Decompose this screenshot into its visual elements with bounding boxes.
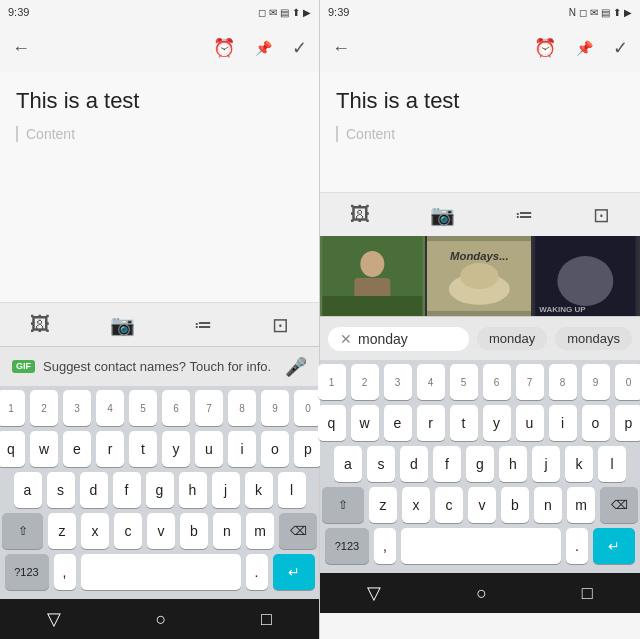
left-period-key[interactable]: . bbox=[246, 554, 268, 590]
key-d[interactable]: d bbox=[80, 472, 108, 508]
right-shift-key[interactable]: ⇧ bbox=[322, 487, 364, 523]
r-key-p[interactable]: p bbox=[615, 405, 641, 441]
key-i[interactable]: i bbox=[228, 431, 256, 467]
key-u[interactable]: u bbox=[195, 431, 223, 467]
r-key-h[interactable]: h bbox=[499, 446, 527, 482]
left-crop-icon[interactable]: ⊡ bbox=[272, 313, 289, 337]
right-back-nav[interactable]: ▽ bbox=[367, 582, 381, 604]
right-check-icon[interactable]: ✓ bbox=[613, 37, 628, 59]
r-key-w[interactable]: w bbox=[351, 405, 379, 441]
gif-thumb-waking-up[interactable]: WAKING UP bbox=[533, 236, 640, 316]
right-list-icon[interactable]: ≔ bbox=[515, 204, 533, 226]
right-backspace-key[interactable]: ⌫ bbox=[600, 487, 638, 523]
key-num-7[interactable]: 7 bbox=[195, 390, 223, 426]
left-image-icon[interactable]: 🖼 bbox=[30, 313, 50, 336]
r-key-i[interactable]: i bbox=[549, 405, 577, 441]
r-key-a[interactable]: a bbox=[334, 446, 362, 482]
key-l[interactable]: l bbox=[278, 472, 306, 508]
r-key-r[interactable]: r bbox=[417, 405, 445, 441]
search-chip-monday[interactable]: monday bbox=[477, 327, 547, 350]
key-e[interactable]: e bbox=[63, 431, 91, 467]
right-note-title[interactable]: This is a test bbox=[336, 88, 624, 114]
right-home-nav[interactable]: ○ bbox=[476, 583, 487, 604]
key-v[interactable]: v bbox=[147, 513, 175, 549]
gif-thumb-mondays[interactable]: Mondays... bbox=[427, 236, 534, 316]
right-num-switch-key[interactable]: ?123 bbox=[325, 528, 369, 564]
left-comma-key[interactable]: , bbox=[54, 554, 76, 590]
right-pin-icon[interactable]: 📌 bbox=[576, 40, 593, 56]
key-b[interactable]: b bbox=[180, 513, 208, 549]
key-num-2[interactable]: 2 bbox=[30, 390, 58, 426]
key-q[interactable]: q bbox=[0, 431, 25, 467]
left-num-switch-key[interactable]: ?123 bbox=[5, 554, 49, 590]
left-check-icon[interactable]: ✓ bbox=[292, 37, 307, 59]
key-num-3[interactable]: 3 bbox=[63, 390, 91, 426]
left-shift-key[interactable]: ⇧ bbox=[2, 513, 43, 549]
r-key-num-9[interactable]: 9 bbox=[582, 364, 610, 400]
r-key-k[interactable]: k bbox=[565, 446, 593, 482]
right-back-button[interactable]: ← bbox=[332, 38, 350, 59]
left-space-key[interactable] bbox=[81, 554, 241, 590]
r-key-u[interactable]: u bbox=[516, 405, 544, 441]
r-key-l[interactable]: l bbox=[598, 446, 626, 482]
left-recents-nav[interactable]: □ bbox=[261, 609, 272, 630]
right-enter-key[interactable]: ↵ bbox=[593, 528, 635, 564]
r-key-e[interactable]: e bbox=[384, 405, 412, 441]
key-s[interactable]: s bbox=[47, 472, 75, 508]
key-z[interactable]: z bbox=[48, 513, 76, 549]
r-key-num-8[interactable]: 8 bbox=[549, 364, 577, 400]
left-home-nav[interactable]: ○ bbox=[156, 609, 167, 630]
right-note-content[interactable]: Content bbox=[336, 126, 624, 142]
r-key-y[interactable]: y bbox=[483, 405, 511, 441]
key-num-1[interactable]: 1 bbox=[0, 390, 25, 426]
r-key-n[interactable]: n bbox=[534, 487, 562, 523]
left-alarm-icon[interactable]: ⏰ bbox=[213, 37, 235, 59]
r-key-v[interactable]: v bbox=[468, 487, 496, 523]
key-h[interactable]: h bbox=[179, 472, 207, 508]
r-key-d[interactable]: d bbox=[400, 446, 428, 482]
right-camera-icon[interactable]: 📷 bbox=[430, 203, 455, 227]
search-input-container[interactable]: ✕ monday bbox=[328, 327, 469, 351]
key-num-8[interactable]: 8 bbox=[228, 390, 256, 426]
left-note-content[interactable]: Content bbox=[16, 126, 303, 142]
r-key-j[interactable]: j bbox=[532, 446, 560, 482]
r-key-q[interactable]: q bbox=[318, 405, 346, 441]
key-n[interactable]: n bbox=[213, 513, 241, 549]
key-num-6[interactable]: 6 bbox=[162, 390, 190, 426]
r-key-num-2[interactable]: 2 bbox=[351, 364, 379, 400]
right-crop-icon[interactable]: ⊡ bbox=[593, 203, 610, 227]
left-back-nav[interactable]: ▽ bbox=[47, 608, 61, 630]
r-key-o[interactable]: o bbox=[582, 405, 610, 441]
r-key-s[interactable]: s bbox=[367, 446, 395, 482]
key-o[interactable]: o bbox=[261, 431, 289, 467]
key-y[interactable]: y bbox=[162, 431, 190, 467]
r-key-x[interactable]: x bbox=[402, 487, 430, 523]
gif-thumb-person[interactable] bbox=[320, 236, 427, 316]
left-gif-badge[interactable]: GIF bbox=[12, 360, 35, 373]
key-r[interactable]: r bbox=[96, 431, 124, 467]
key-c[interactable]: c bbox=[114, 513, 142, 549]
left-camera-icon[interactable]: 📷 bbox=[110, 313, 135, 337]
r-key-g[interactable]: g bbox=[466, 446, 494, 482]
left-list-icon[interactable]: ≔ bbox=[194, 314, 212, 336]
r-key-num-1[interactable]: 1 bbox=[318, 364, 346, 400]
right-period-key[interactable]: . bbox=[566, 528, 588, 564]
key-j[interactable]: j bbox=[212, 472, 240, 508]
r-key-t[interactable]: t bbox=[450, 405, 478, 441]
r-key-f[interactable]: f bbox=[433, 446, 461, 482]
r-key-b[interactable]: b bbox=[501, 487, 529, 523]
search-query-text[interactable]: monday bbox=[358, 331, 457, 347]
r-key-num-6[interactable]: 6 bbox=[483, 364, 511, 400]
r-key-num-3[interactable]: 3 bbox=[384, 364, 412, 400]
left-enter-key[interactable]: ↵ bbox=[273, 554, 315, 590]
r-key-z[interactable]: z bbox=[369, 487, 397, 523]
key-w[interactable]: w bbox=[30, 431, 58, 467]
key-k[interactable]: k bbox=[245, 472, 273, 508]
r-key-num-7[interactable]: 7 bbox=[516, 364, 544, 400]
r-key-num-4[interactable]: 4 bbox=[417, 364, 445, 400]
right-comma-key[interactable]: , bbox=[374, 528, 396, 564]
search-close-icon[interactable]: ✕ bbox=[340, 331, 352, 347]
right-space-key[interactable] bbox=[401, 528, 561, 564]
key-x[interactable]: x bbox=[81, 513, 109, 549]
key-a[interactable]: a bbox=[14, 472, 42, 508]
